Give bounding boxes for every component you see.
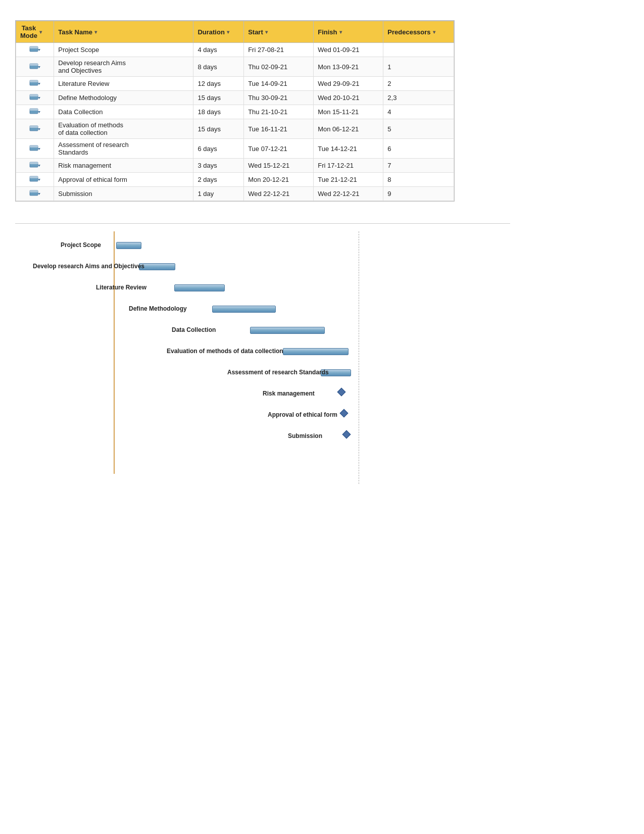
- task-mode-icon-cell: [16, 57, 54, 77]
- col-finish[interactable]: Finish ▾: [314, 21, 383, 43]
- task-mode-icon: [29, 95, 40, 103]
- task-mode-icon-cell: [16, 119, 54, 139]
- task-predecessors-cell: 2: [383, 77, 454, 91]
- task-name-cell: Risk management: [54, 159, 193, 173]
- table-header-row: TaskMode ▾ Task Name ▾ Duration ▾: [16, 21, 454, 43]
- task-name-dropdown-icon[interactable]: ▾: [94, 29, 97, 35]
- svg-marker-2: [38, 49, 40, 51]
- predecessors-dropdown-icon[interactable]: ▾: [433, 29, 435, 35]
- task-start-cell: Thu 02-09-21: [244, 57, 314, 77]
- col-task-mode[interactable]: TaskMode ▾: [16, 21, 54, 43]
- task-mode-icon: [29, 64, 40, 72]
- task-name-cell: Define Methodology: [54, 91, 193, 105]
- table-row: Develop research Aims and Objectives8 da…: [16, 57, 454, 77]
- task-mode-icon-cell: [16, 91, 54, 105]
- gantt-bar: [116, 242, 141, 249]
- task-predecessors-cell: 7: [383, 159, 454, 173]
- task-name-cell: Submission: [54, 187, 193, 201]
- task-mode-icon: [29, 81, 40, 88]
- svg-marker-11: [38, 97, 40, 99]
- task-start-cell: Wed 22-12-21: [244, 187, 314, 201]
- task-mode-icon-cell: [16, 187, 54, 201]
- gantt-row: Literature Review: [15, 279, 495, 297]
- task-mode-icon-cell: [16, 43, 54, 57]
- task-name-cell: Literature Review: [54, 77, 193, 91]
- table-row: Project Scope4 daysFri 27-08-21Wed 01-09…: [16, 43, 454, 57]
- task-finish-cell: Wed 20-10-21: [314, 91, 383, 105]
- gantt-task-label: Project Scope: [61, 241, 101, 249]
- task-name-cell: Assessment of research Standards: [54, 139, 193, 159]
- task-finish-cell: Wed 29-09-21: [314, 77, 383, 91]
- table-row: Evaluation of methods of data collection…: [16, 119, 454, 139]
- task-duration-cell: 15 days: [193, 119, 244, 139]
- task-name-cell: Develop research Aims and Objectives: [54, 57, 193, 77]
- task-finish-cell: Tue 21-12-21: [314, 173, 383, 187]
- svg-rect-25: [30, 176, 38, 178]
- task-predecessors-cell: 9: [383, 187, 454, 201]
- finish-dropdown-icon[interactable]: ▾: [339, 29, 342, 35]
- table-row: Approval of ethical form2 daysMon 20-12-…: [16, 173, 454, 187]
- task-finish-cell: Wed 22-12-21: [314, 187, 383, 201]
- task-name-cell: Evaluation of methods of data collection: [54, 119, 193, 139]
- task-name-cell: Approval of ethical form: [54, 173, 193, 187]
- task-finish-cell: Wed 01-09-21: [314, 43, 383, 57]
- task-finish-cell: Mon 15-11-21: [314, 105, 383, 119]
- task-mode-icon: [29, 126, 40, 134]
- task-name-label: Task Name: [58, 28, 92, 36]
- task-predecessors-cell: 1: [383, 57, 454, 77]
- task-start-cell: Tue 14-09-21: [244, 77, 314, 91]
- task-predecessors-cell: 6: [383, 139, 454, 159]
- task-mode-icon-cell: [16, 173, 54, 187]
- gantt-task-label: Assessment of research Standards: [227, 369, 329, 376]
- gantt-row: Define Methodology: [15, 300, 495, 318]
- task-duration-cell: 4 days: [193, 43, 244, 57]
- task-mode-icon-cell: [16, 105, 54, 119]
- gantt-bar: [250, 327, 325, 334]
- task-mode-icon: [29, 163, 40, 170]
- task-predecessors-cell: 5: [383, 119, 454, 139]
- task-predecessors-cell: 2,3: [383, 91, 454, 105]
- svg-rect-19: [30, 145, 38, 148]
- gantt-task-label: Data Collection: [172, 326, 216, 333]
- svg-rect-7: [30, 80, 38, 82]
- svg-marker-5: [38, 66, 40, 68]
- col-predecessors[interactable]: Predecessors ▾: [383, 21, 454, 43]
- task-duration-cell: 8 days: [193, 57, 244, 77]
- svg-rect-1: [30, 46, 38, 48]
- task-finish-cell: Fri 17-12-21: [314, 159, 383, 173]
- task-predecessors-cell: [383, 43, 454, 57]
- gantt-milestone: [340, 409, 349, 418]
- col-start[interactable]: Start ▾: [244, 21, 314, 43]
- col-duration[interactable]: Duration ▾: [193, 21, 244, 43]
- gantt-row: Project Scope: [15, 236, 495, 255]
- gantt-table: TaskMode ▾ Task Name ▾ Duration ▾: [15, 20, 455, 202]
- gantt-bar: [174, 284, 225, 291]
- task-mode-icon: [29, 109, 40, 117]
- task-mode-icon-cell: [16, 159, 54, 173]
- task-start-cell: Fri 27-08-21: [244, 43, 314, 57]
- task-start-cell: Tue 16-11-21: [244, 119, 314, 139]
- duration-label: Duration: [197, 28, 224, 36]
- task-mode-dropdown-icon[interactable]: ▾: [39, 29, 42, 35]
- task-start-cell: Mon 20-12-21: [244, 173, 314, 187]
- col-task-name[interactable]: Task Name ▾: [54, 21, 193, 43]
- task-name-cell: Project Scope: [54, 43, 193, 57]
- svg-rect-16: [30, 126, 38, 128]
- task-duration-cell: 6 days: [193, 139, 244, 159]
- task-finish-cell: Mon 06-12-21: [314, 119, 383, 139]
- svg-marker-23: [38, 165, 40, 167]
- svg-rect-13: [30, 109, 38, 111]
- table-row: Submission1 dayWed 22-12-21Wed 22-12-219: [16, 187, 454, 201]
- task-start-cell: Tue 07-12-21: [244, 139, 314, 159]
- predecessors-label: Predecessors: [387, 28, 430, 36]
- gantt-task-label: Define Methodology: [129, 305, 187, 312]
- start-dropdown-icon[interactable]: ▾: [265, 29, 268, 35]
- svg-marker-26: [38, 179, 40, 181]
- task-predecessors-cell: 8: [383, 173, 454, 187]
- gantt-task-label: Risk management: [263, 390, 315, 397]
- finish-label: Finish: [318, 28, 337, 36]
- task-finish-cell: Mon 13-09-21: [314, 57, 383, 77]
- gantt-bar: [212, 306, 276, 313]
- duration-dropdown-icon[interactable]: ▾: [227, 29, 229, 35]
- task-duration-cell: 18 days: [193, 105, 244, 119]
